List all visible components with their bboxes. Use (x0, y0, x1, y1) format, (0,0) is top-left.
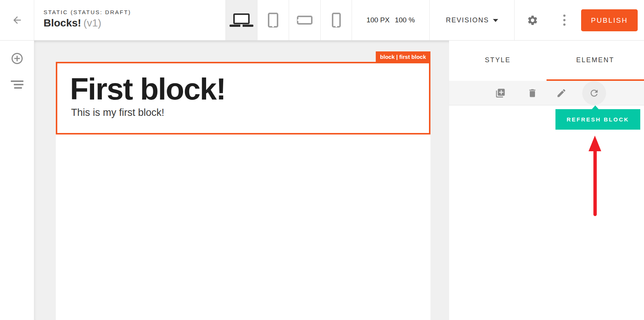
refresh-block-tooltip: REFRESH BLOCK (555, 109, 640, 130)
refresh-block-button[interactable] (582, 81, 606, 105)
device-desktop-button[interactable] (225, 0, 257, 40)
selected-block[interactable]: First block! This is my first block! (56, 62, 430, 134)
device-phone-button[interactable] (320, 0, 352, 40)
refresh-block-icon (589, 88, 599, 98)
viewport-width-value: 100 PX (366, 16, 390, 24)
page-title-text: Blocks! (44, 17, 81, 29)
phone-landscape-icon (297, 16, 313, 25)
device-tablet-button[interactable] (257, 0, 289, 40)
app-root: STATIC (STATUS: DRAFT) Blocks!(v1) 100 P… (0, 0, 644, 320)
editor-canvas: block | first block First block! This is… (34, 41, 449, 320)
arrow-shaft (593, 151, 597, 216)
device-preview-toolbar (225, 0, 352, 40)
viewport-zoom-value: 100 % (395, 16, 415, 24)
revisions-label: REVISIONS (446, 16, 489, 24)
chevron-down-icon (493, 19, 498, 22)
kebab-menu-icon (563, 15, 565, 17)
add-circle-icon (10, 52, 24, 65)
left-sidebar (0, 41, 34, 320)
selected-block-tag: block | first block (376, 51, 430, 62)
tab-style[interactable]: STYLE (449, 41, 547, 81)
panel-tabs: STYLE ELEMENT (449, 41, 644, 81)
page-surface[interactable]: First block! This is my first block! (56, 62, 430, 320)
gear-icon (527, 15, 538, 26)
delete-block-icon (527, 88, 538, 98)
duplicate-block-icon (495, 88, 506, 98)
add-block-button[interactable] (0, 45, 34, 72)
revisions-dropdown[interactable]: REVISIONS (429, 0, 515, 40)
duplicate-block-button[interactable] (488, 81, 512, 105)
laptop-icon (230, 13, 253, 27)
delete-block-button[interactable] (520, 81, 544, 105)
tablet-icon (268, 13, 278, 28)
block-list-icon (11, 80, 23, 89)
block-subtitle: This is my first block! (71, 107, 429, 118)
tab-element[interactable]: ELEMENT (547, 41, 644, 81)
page-version: (v1) (83, 17, 101, 29)
publish-button[interactable]: PUBLISH (581, 9, 638, 31)
right-panel: STYLE ELEMENT REFRESH BLOCK (449, 41, 644, 320)
edit-block-button[interactable] (550, 81, 573, 105)
arrow-head (589, 136, 601, 151)
back-button[interactable] (0, 0, 34, 40)
device-phone-landscape-button[interactable] (289, 0, 320, 40)
status-label: STATIC (STATUS: DRAFT) (44, 9, 131, 15)
page-title: Blocks!(v1) (44, 17, 131, 29)
edit-block-icon (556, 88, 567, 98)
viewport-size-readout: 100 PX 100 % (352, 0, 429, 40)
more-options-button[interactable] (554, 0, 575, 40)
annotation-arrow-up (589, 136, 601, 216)
element-toolbar (449, 81, 644, 105)
block-list-button[interactable] (0, 72, 34, 98)
back-arrow-icon (12, 15, 23, 26)
phone-icon (332, 13, 341, 28)
top-bar: STATIC (STATUS: DRAFT) Blocks!(v1) 100 P… (0, 0, 644, 41)
settings-button[interactable] (521, 0, 544, 40)
block-heading: First block! (70, 73, 429, 105)
document-title-group: STATIC (STATUS: DRAFT) Blocks!(v1) (44, 9, 131, 29)
